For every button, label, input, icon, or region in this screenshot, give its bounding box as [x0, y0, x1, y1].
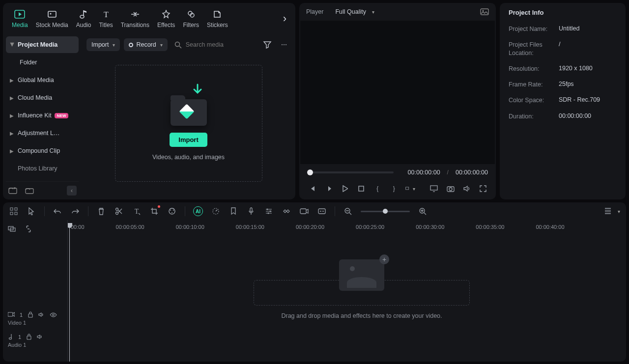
display-button[interactable] [429, 184, 438, 194]
import-button[interactable]: Import [170, 133, 207, 147]
svg-rect-30 [250, 208, 252, 212]
svg-point-26 [170, 210, 171, 211]
svg-point-27 [173, 210, 174, 211]
audio-mixer-button[interactable] [264, 206, 274, 216]
fullscreen-button[interactable] [479, 184, 488, 194]
grid-view-icon[interactable] [9, 206, 19, 216]
zoom-in-button[interactable] [418, 206, 428, 216]
player-scrubber[interactable] [307, 171, 394, 173]
render-button[interactable] [299, 206, 309, 216]
audio-track-header[interactable]: 1 Audio 1 [3, 330, 67, 352]
new-folder-button[interactable] [8, 186, 18, 196]
tab-stock-media[interactable]: Stock Media [32, 7, 72, 30]
playhead[interactable] [69, 223, 70, 362]
search-input[interactable] [186, 41, 245, 48]
sidebar-item-influence-kit[interactable]: ▶ Influence Kit NEW [6, 107, 79, 124]
tab-audio[interactable]: Audio [72, 7, 95, 30]
play-pause-button[interactable] [323, 184, 333, 194]
sidebar-item-cloud-media[interactable]: ▶ Cloud Media [6, 89, 79, 106]
redo-button[interactable] [70, 206, 80, 216]
import-label: Import [91, 41, 109, 48]
mute-icon[interactable] [37, 334, 43, 339]
folder-button[interactable] [25, 186, 34, 196]
search-icon [174, 41, 182, 49]
voiceover-button[interactable] [246, 206, 256, 216]
caption-button[interactable] [317, 206, 327, 216]
delete-button[interactable] [96, 206, 106, 216]
media-drop-zone[interactable]: Import Videos, audio, and images [115, 65, 262, 182]
split-button[interactable] [114, 206, 124, 216]
sidebar-item-compound-clip[interactable]: ▶ Compound Clip [6, 142, 79, 159]
timeline-panel: T AI ▾ 1 [3, 202, 626, 362]
speed-button[interactable] [211, 206, 221, 216]
tab-media[interactable]: Media [8, 7, 32, 30]
svg-rect-19 [10, 208, 13, 210]
sidebar-item-adjustment-layer[interactable]: ▶ Adjustment L… [6, 125, 79, 141]
mute-icon[interactable] [38, 312, 45, 317]
sidebar-item-folder[interactable]: Folder [6, 54, 79, 71]
timeline-tracks[interactable]: 00:00 00:00:05:00 00:00:10:00 00:00:15:0… [68, 220, 626, 362]
aspect-dropdown[interactable]: ▾ [405, 184, 415, 194]
mark-in-button[interactable]: { [373, 184, 382, 194]
zoom-out-button[interactable] [343, 206, 353, 216]
link-tracks-icon[interactable] [7, 224, 17, 234]
tabs-scroll-right[interactable]: › [279, 10, 290, 27]
filters-icon [186, 9, 197, 20]
sidebar-item-label: Photos Library [18, 165, 57, 172]
text-tool-icon[interactable]: T [132, 206, 142, 216]
time-separator: / [447, 169, 449, 176]
prev-frame-button[interactable] [307, 184, 316, 194]
tab-label: Media [12, 22, 28, 28]
unlink-icon[interactable] [24, 224, 33, 234]
quality-label: Full Quality [335, 8, 366, 15]
video-track-header[interactable]: 1 Video 1 [3, 308, 67, 330]
main-tabs-bar: Media Stock Media Audio T Titles Transit… [3, 3, 295, 34]
chevron-down-icon: ▾ [372, 9, 374, 15]
framerate-value: 25fps [559, 81, 574, 88]
volume-button[interactable] [462, 184, 471, 194]
ruler-tick: 00:00:05:00 [116, 224, 144, 230]
ruler-tick: 00:00:40:00 [536, 224, 564, 230]
camera-button[interactable] [446, 184, 455, 194]
tab-effects[interactable]: Effects [153, 7, 179, 30]
visibility-icon[interactable] [50, 312, 57, 317]
lock-icon[interactable] [26, 334, 32, 340]
lock-icon[interactable] [28, 311, 33, 318]
sidebar-item-global-media[interactable]: ▶ Global Media [6, 72, 79, 88]
tab-filters[interactable]: Filters [179, 7, 203, 30]
zoom-slider[interactable] [361, 211, 410, 212]
tab-transitions[interactable]: Transitions [117, 7, 153, 30]
more-options-icon[interactable]: ⋯ [278, 38, 290, 51]
undo-button[interactable] [53, 206, 62, 216]
music-icon [8, 334, 13, 340]
project-location-value: / [559, 41, 560, 57]
timeline-drop-area[interactable]: Drag and drop media and effects here to … [191, 259, 533, 319]
filter-icon[interactable] [261, 38, 274, 51]
tab-stickers[interactable]: Stickers [203, 7, 232, 30]
ai-tools-button[interactable]: AI [193, 206, 203, 216]
color-button[interactable] [167, 206, 177, 216]
record-dropdown[interactable]: Record ▾ [124, 38, 167, 51]
timeline-ruler[interactable]: 00:00 00:00:05:00 00:00:10:00 00:00:15:0… [68, 220, 626, 230]
sidebar-item-project-media[interactable]: ▶ Project Media [6, 36, 79, 53]
mark-out-button[interactable]: } [389, 184, 399, 194]
marker-button[interactable] [229, 206, 238, 216]
keyframe-button[interactable] [282, 206, 291, 216]
timeline-toolbar: T AI ▾ [3, 202, 626, 220]
player-preview[interactable] [300, 21, 495, 164]
track-size-button[interactable] [603, 206, 613, 216]
quality-selector[interactable]: Full Quality ▾ [335, 8, 374, 15]
tab-titles[interactable]: T Titles [95, 7, 116, 30]
play-button[interactable] [340, 184, 349, 194]
crop-button[interactable] [149, 206, 159, 216]
svg-point-45 [53, 314, 55, 316]
select-tool-icon[interactable] [27, 206, 36, 216]
snapshot-icon[interactable] [480, 8, 489, 16]
collapse-sidebar-button[interactable]: ‹ [67, 186, 77, 196]
player-tab[interactable]: Player [306, 8, 323, 15]
placeholder-graphic [339, 259, 384, 291]
import-dropdown[interactable]: Import ▾ [86, 38, 120, 51]
stop-button[interactable] [356, 184, 366, 194]
chevron-down-icon[interactable]: ▾ [618, 209, 620, 214]
sidebar-item-photos-library[interactable]: Photos Library [6, 160, 79, 177]
